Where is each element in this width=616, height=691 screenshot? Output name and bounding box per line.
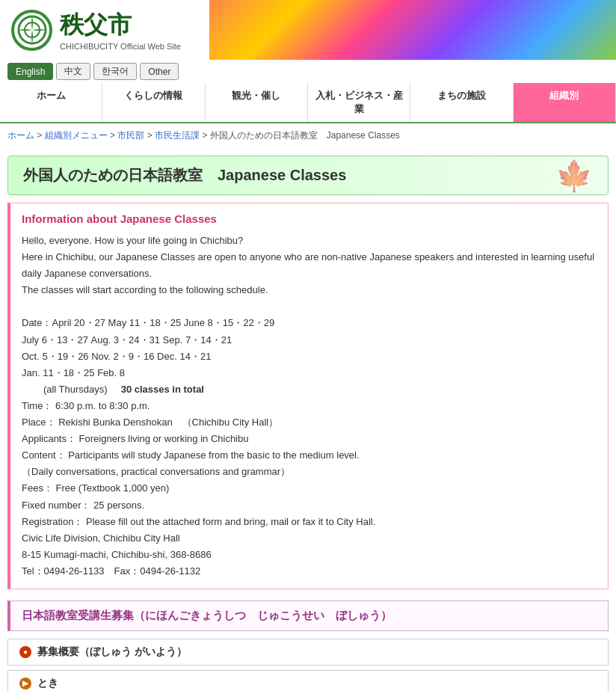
nav-org[interactable]: 組織別 (514, 83, 616, 122)
info-text: Hello, everyone. How is your life going … (22, 233, 597, 580)
logo-icon (17, 15, 47, 45)
main-nav: ホーム くらしの情報 観光・催し 入札・ビジネス・産業 まちの施設 組織別 (0, 83, 616, 123)
logo-subtitle: CHICHIBUCITY Official Web Site (60, 42, 181, 51)
enrollment-title: 日本語教室受講生募集（にほんごきょうしつ じゅこうせい ぼしゅう） (22, 609, 597, 623)
breadcrumb-life-course[interactable]: 市民生活課 (155, 130, 200, 141)
subsection-overview-title: 募集概要（ぼしゅう がいよう） (37, 645, 187, 659)
schedule-content2: （Daily conversations, practical conversa… (22, 464, 597, 480)
breadcrumb-current: 外国人のための日本語教室 Japanese Classes (210, 130, 400, 141)
info-para-3: The classes will start according to the … (22, 282, 597, 298)
subsection-icon-2: ▶ (19, 678, 31, 690)
lang-btn-english[interactable]: English (7, 63, 53, 80)
address2: 8-15 Kumagi-machi, Chichibu-shi, 368-868… (22, 547, 597, 563)
lang-btn-chinese[interactable]: 中文 (56, 63, 90, 80)
language-nav: English 中文 한국어 Other (0, 60, 616, 83)
page-title: 外国人のための日本語教室 Japanese Classes (23, 165, 593, 185)
info-para-2: Here in Chichibu, our Japanese Classes a… (22, 249, 597, 282)
schedule-date-4: Jan. 11・18・25 Feb. 8 (22, 365, 597, 381)
nav-tourism[interactable]: 観光・催し (206, 83, 308, 122)
breadcrumb: ホーム > 組織別メニュー > 市民部 > 市民生活課 > 外国人のための日本語… (0, 123, 616, 148)
maple-icon: 🍁 (555, 158, 593, 193)
schedule-date-5: (all Thursdays) 30 classes in total (22, 381, 597, 398)
logo: 秩父市 CHICHIBUCITY Official Web Site (0, 1, 209, 58)
info-para-1: Hello, everyone. How is your life going … (22, 233, 597, 249)
schedule-registration: Registration： Please fill out the attach… (22, 514, 597, 530)
info-title: Information about Japanese Classes (22, 212, 597, 225)
subsection-time-title: とき (37, 677, 58, 690)
subsection-time: ▶ とき (7, 670, 609, 691)
logo-title: 秩父市 (60, 9, 181, 42)
subsection-overview: ● 募集概要（ぼしゅう がいよう） (7, 639, 609, 666)
subsection-icon-1: ● (19, 646, 31, 658)
schedule-date-2: July 6・13・27 Aug. 3・24・31 Sep. 7・14・21 (22, 332, 597, 348)
schedule-date-3: Oct. 5・19・26 Nov. 2・9・16 Dec. 14・21 (22, 348, 597, 365)
lang-btn-korean[interactable]: 한국어 (93, 63, 137, 80)
info-box: Information about Japanese Classes Hello… (7, 203, 609, 589)
nav-facilities[interactable]: まちの施設 (410, 83, 513, 122)
logo-text: 秩父市 CHICHIBUCITY Official Web Site (60, 9, 181, 51)
logo-circle (11, 10, 52, 51)
page-title-box: 外国人のための日本語教室 Japanese Classes 🍁 (7, 156, 609, 195)
schedule-content1: Content： Participants will study Japanes… (22, 447, 597, 464)
total-classes: 30 classes in total (121, 384, 204, 395)
nav-home[interactable]: ホーム (0, 83, 102, 122)
schedule-fixed: Fixed number： 25 persons. (22, 497, 597, 514)
nav-business[interactable]: 入札・ビジネス・産業 (308, 83, 410, 122)
breadcrumb-citizens[interactable]: 市民部 (117, 130, 144, 141)
header-image (209, 0, 616, 60)
tel: Tel：0494-26-1133 Fax：0494-26-1132 (22, 563, 597, 580)
breadcrumb-org[interactable]: 組織別メニュー (45, 130, 108, 141)
schedule-time: Time： 6:30 p.m. to 8:30 p.m. (22, 398, 597, 414)
schedule-date-1: Date：April 20・27 May 11・18・25 June 8・15・… (22, 315, 597, 331)
header: 秩父市 CHICHIBUCITY Official Web Site (0, 0, 616, 60)
lang-btn-other[interactable]: Other (140, 63, 179, 80)
content: Information about Japanese Classes Hello… (7, 203, 609, 691)
schedule-place: Place： Rekishi Bunka Denshokan （Chichibu… (22, 414, 597, 431)
address1: Civic Life Division, Chichibu City Hall (22, 530, 597, 547)
schedule-fees: Fees： Free (Textbook 1,000 yen) (22, 480, 597, 497)
enrollment-section: 日本語教室受講生募集（にほんごきょうしつ じゅこうせい ぼしゅう） (7, 601, 609, 631)
breadcrumb-home[interactable]: ホーム (7, 130, 34, 141)
nav-life[interactable]: くらしの情報 (102, 83, 205, 122)
schedule-applicants: Applicants： Foreigners living or working… (22, 431, 597, 447)
